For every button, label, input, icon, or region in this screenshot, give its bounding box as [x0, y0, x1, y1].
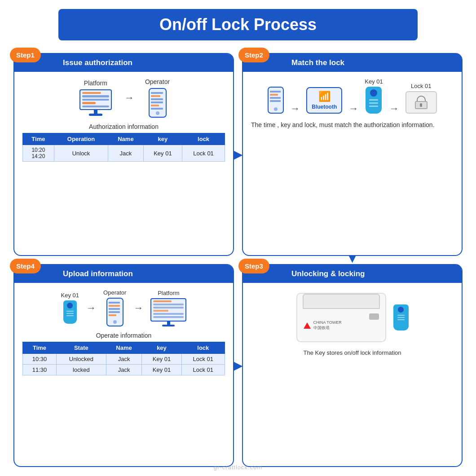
lock-shackle	[417, 96, 426, 101]
ct-lid	[303, 294, 380, 309]
platform-label: Platform	[84, 79, 107, 87]
step4-phone-line-3	[109, 308, 120, 310]
col-key: key	[143, 133, 182, 145]
operate-table: Time State Name key lock 10:30 Unlocked …	[22, 342, 225, 375]
lock-icon	[415, 96, 428, 109]
arrow-key-to-lock: →	[389, 104, 399, 114]
key-line-2	[369, 102, 378, 104]
key-line-3	[369, 106, 378, 107]
step1-title: Issue authorization	[63, 58, 132, 67]
step2-phone-icon	[268, 87, 284, 114]
china-tower-box: CHINA TOWER中国铁塔	[296, 293, 386, 342]
step4-operator-group: Operator	[103, 289, 126, 326]
col-lock-op: lock	[181, 342, 225, 354]
step4-card: Step4 Upload information Key 01	[13, 264, 234, 467]
step4-platform-group: Platform	[150, 290, 186, 326]
step3-header: Unlocking & locking	[243, 265, 462, 283]
key-top	[370, 89, 377, 97]
big-lock-container: CHINA TOWER中国铁塔	[251, 293, 454, 342]
lock-body	[415, 101, 428, 109]
cell-name-2: Jack	[106, 365, 142, 375]
arrow-step1-to-step2: ▶	[233, 148, 243, 161]
cell-time-2: 11:30	[23, 365, 57, 375]
key-fob-small-top	[67, 303, 73, 309]
desktop-stand-base	[162, 325, 175, 326]
desktop-line-3	[153, 307, 184, 309]
bluetooth-badge: 📶 Bluetooth	[306, 87, 342, 114]
step4-title: Upload information	[63, 269, 133, 278]
step4-platform-label: Platform	[158, 290, 179, 296]
cell-key-2: Key 01	[142, 365, 181, 375]
ct-logo-row: CHINA TOWER中国铁塔	[304, 320, 342, 331]
lock-box-small	[405, 91, 437, 114]
step4-phone-dot	[113, 320, 117, 324]
phone-line-2	[151, 95, 160, 97]
step4-phone-line-5	[109, 314, 116, 316]
monitor-screen-lines	[82, 92, 109, 107]
table-row: 10:30 Unlocked Jack Key 01 Lock 01	[23, 354, 225, 365]
table-row: 10:2014:20 Unlock Jack Key 01 Lock 01	[23, 145, 225, 162]
cell-lock-2: Lock 01	[181, 365, 225, 375]
page-wrapper: On/off Lock Process Step1 Issue authoriz…	[0, 0, 476, 476]
step3-key-line-3	[397, 319, 405, 320]
desktop-line-6	[153, 316, 184, 318]
operate-section-label: Operate information	[96, 332, 152, 339]
arrow-platform-to-operator: →	[124, 93, 134, 103]
step3-badge: Step3	[238, 259, 269, 273]
col-time-op: Time	[23, 342, 57, 354]
step4-header: Upload information	[14, 265, 233, 283]
phone-screen-lines	[151, 92, 164, 110]
step2-key-group: Key 01	[365, 78, 383, 114]
col-name-op: Name	[106, 342, 142, 354]
monitor-line-3	[82, 99, 109, 101]
bluetooth-group: 📶 Bluetooth	[306, 87, 342, 114]
step2-card: Step2 Match the lock	[242, 53, 463, 256]
step2-title: Match the lock	[291, 58, 344, 67]
step3-body: CHINA TOWER中国铁塔 The Key sto	[243, 283, 462, 466]
monitor-stand	[94, 110, 97, 114]
phone-line-1	[151, 92, 163, 94]
auth-section-label: Authorization information	[89, 123, 159, 130]
col-name: Name	[108, 133, 143, 145]
phone-line-3	[151, 98, 163, 100]
col-state: State	[57, 342, 106, 354]
desktop-screen	[150, 298, 186, 322]
arrow-phone-to-bt: →	[290, 104, 300, 114]
col-lock: lock	[182, 133, 225, 145]
desktop-line-5	[153, 313, 184, 315]
monitor-icon	[78, 89, 114, 116]
step3-key-line-2	[397, 317, 405, 318]
arrow-bt-to-key: →	[348, 104, 358, 114]
phone-line-5	[151, 105, 159, 106]
step3-title: Unlocking & locking	[291, 269, 365, 278]
cell-lock-1: Lock 01	[181, 354, 225, 365]
step2-phone-dot	[274, 107, 278, 111]
step4-key-fob	[63, 300, 77, 324]
platform-operator-row: Platform	[22, 78, 225, 118]
step4-devices-row: Key 01 → Operator	[22, 289, 225, 326]
cell-lock: Lock 01	[182, 145, 225, 162]
page-title: On/off Lock Process	[58, 9, 418, 40]
cell-state-2: locked	[57, 365, 106, 375]
step3-key-fob-top	[398, 307, 404, 313]
phone-dot	[156, 111, 159, 115]
desktop-line-4	[153, 310, 168, 312]
steps-grid: Step1 Issue authorization Platform	[13, 53, 463, 467]
monitor-screen	[79, 89, 112, 110]
step4-key-group: Key 01	[61, 292, 79, 324]
col-operation: Operation	[54, 133, 108, 145]
platform-group: Platform	[78, 79, 114, 116]
step2-key-label: Key 01	[365, 78, 383, 85]
step2-devices-row: → 📶 Bluetooth → Key 01	[251, 78, 454, 114]
step4-key-label: Key 01	[61, 292, 79, 299]
cell-time-1: 10:30	[23, 354, 57, 365]
cell-state-1: Unlocked	[57, 354, 106, 365]
monitor-base	[89, 114, 102, 116]
step2-body: → 📶 Bluetooth → Key 01	[243, 72, 462, 255]
auth-table: Time Operation Name key lock 10:2014:20 …	[22, 133, 225, 162]
arrow-step4-to-step3: ▶	[233, 359, 243, 372]
cell-operation: Unlock	[54, 145, 108, 162]
operate-table-header-row: Time State Name key lock	[23, 342, 225, 354]
step2-phone-lines	[270, 91, 282, 102]
step2-badge: Step2	[238, 48, 269, 62]
